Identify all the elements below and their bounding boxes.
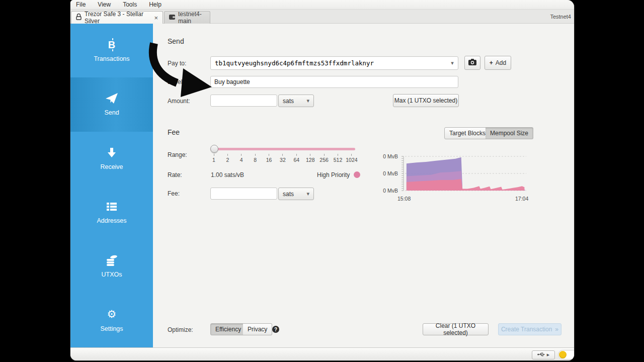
- create-transaction-button[interactable]: Create Transaction»: [498, 323, 561, 335]
- close-tab-icon[interactable]: ×: [154, 15, 158, 21]
- menu-tools[interactable]: Tools: [123, 1, 137, 8]
- tab-label: Trezor Safe 3 - Stellar Silver: [85, 11, 150, 25]
- fee-input[interactable]: [210, 188, 277, 200]
- sparrow-wallet-window: File View Tools Help Trezor Safe 3 - Ste…: [70, 0, 574, 360]
- status-bar: ▶: [70, 347, 574, 360]
- tab-testnet4-main[interactable]: testnet4-main: [164, 11, 210, 24]
- usb-icon: [537, 351, 545, 358]
- screen: File View Tools Help Trezor Safe 3 - Ste…: [0, 0, 644, 362]
- plus-icon: +: [490, 59, 493, 66]
- fee-section-title: Fee: [168, 128, 180, 136]
- sidebar-item-label: Receive: [100, 163, 123, 170]
- privacy-toggle[interactable]: Privacy: [243, 323, 272, 335]
- usb-device-button[interactable]: ▶: [532, 350, 555, 359]
- network-label: Testnet4: [550, 14, 571, 20]
- tab-label: testnet4-main: [178, 11, 205, 25]
- add-recipient-button[interactable]: + Add: [485, 56, 511, 70]
- paper-plane-icon: [105, 93, 118, 105]
- menu-bar: File View Tools Help: [70, 0, 574, 10]
- gear-icon: ⚙: [105, 309, 118, 321]
- mempool-size-toggle[interactable]: Mempool Size: [486, 127, 533, 139]
- network-status-toggle[interactable]: [558, 350, 574, 359]
- amount-input[interactable]: [210, 95, 277, 107]
- max-button[interactable]: Max (1 UTXO selected): [393, 94, 459, 107]
- sidebar-item-label: Settings: [100, 325, 123, 332]
- fee-label: Fee:: [168, 190, 180, 197]
- wallet-icon: [169, 14, 175, 21]
- rate-label: Rate:: [168, 171, 182, 178]
- expand-icon: ▶: [547, 353, 549, 357]
- menu-view[interactable]: View: [98, 1, 111, 8]
- slider-thumb[interactable]: [210, 145, 218, 153]
- sidebar-item-label: Transactions: [94, 55, 129, 62]
- fee-range-slider[interactable]: [210, 145, 355, 153]
- sidebar-item-send[interactable]: Send: [70, 77, 153, 131]
- chart-x-label: 15:08: [397, 196, 411, 202]
- optimize-label: Optimize:: [168, 326, 193, 333]
- tab-trezor-safe-3[interactable]: Trezor Safe 3 - Stellar Silver ×: [71, 11, 163, 24]
- pay-to-label: Pay to:: [168, 60, 186, 67]
- scan-qr-camera-button[interactable]: [464, 56, 480, 70]
- sidebar-item-utxos[interactable]: UTXOs: [70, 239, 153, 293]
- list-icon: [105, 201, 118, 213]
- amount-label: Amount:: [168, 98, 190, 105]
- chart-y-label: 0 MvB: [379, 170, 398, 176]
- label-label: Label:: [168, 78, 184, 85]
- pay-to-combobox[interactable]: ▾: [210, 56, 458, 70]
- sidebar-item-settings[interactable]: ⚙ Settings: [70, 294, 153, 347]
- arrow-down-icon: [105, 147, 118, 159]
- efficiency-toggle[interactable]: Efficiency: [210, 323, 246, 335]
- slider-tick-labels: 1 2 4 8 16 32 64 128 256 512 1024: [207, 154, 358, 163]
- chart-x-label: 17:04: [515, 196, 528, 202]
- sidebar-item-label: Addresses: [97, 217, 126, 224]
- camera-icon: [468, 59, 476, 67]
- sidebar-item-label: Send: [104, 109, 119, 116]
- lock-icon: [76, 14, 82, 22]
- fee-unit-select[interactable]: sats▾: [278, 188, 314, 200]
- chevron-down-icon: ▾: [306, 191, 309, 197]
- toggle-knob: [559, 351, 567, 358]
- chevron-down-icon[interactable]: ▾: [447, 60, 458, 66]
- sidebar-item-addresses[interactable]: Addresses: [70, 186, 153, 239]
- coins-icon: [105, 254, 118, 266]
- chart-y-label: 0 MvB: [379, 188, 398, 194]
- chevron-down-icon: ▾: [306, 98, 309, 104]
- chevrons-right-icon: »: [555, 326, 558, 333]
- priority-dot-icon: [354, 171, 360, 178]
- target-blocks-toggle[interactable]: Target Blocks: [444, 127, 491, 139]
- clear-button[interactable]: Clear (1 UTXO selected): [423, 323, 489, 335]
- menu-file[interactable]: File: [76, 1, 86, 8]
- range-label: Range:: [168, 151, 187, 158]
- pay-to-address-input[interactable]: [211, 57, 447, 69]
- sidebar-item-label: UTXOs: [102, 271, 122, 278]
- bitcoin-icon: B: [105, 39, 118, 51]
- sidebar-item-receive[interactable]: Receive: [70, 132, 153, 186]
- menu-help[interactable]: Help: [149, 1, 162, 8]
- amount-unit-select[interactable]: sats▾: [278, 95, 314, 107]
- wallet-tab-bar: Trezor Safe 3 - Stellar Silver × testnet…: [70, 10, 574, 24]
- chart-y-label: 0 MvB: [379, 153, 398, 159]
- rate-value: 1.00 sats/vB: [211, 171, 244, 178]
- sidebar-nav: B Transactions Send Receive Addresses: [70, 24, 153, 347]
- label-input[interactable]: [210, 76, 458, 88]
- send-section-title: Send: [168, 37, 184, 45]
- sidebar-item-transactions[interactable]: B Transactions: [70, 24, 153, 77]
- help-icon[interactable]: ?: [272, 326, 279, 333]
- slider-track[interactable]: [210, 148, 355, 150]
- priority-indicator: High Priority: [317, 171, 360, 178]
- mempool-chart: [400, 151, 528, 194]
